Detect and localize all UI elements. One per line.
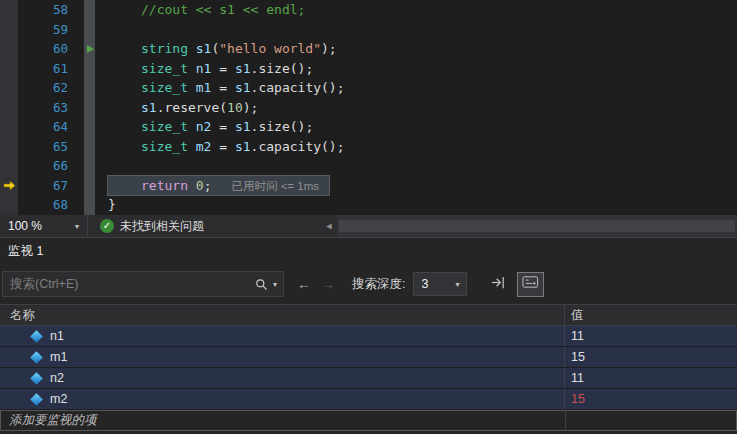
code-text[interactable]: size_t m2 = s1.capacity(); — [108, 137, 345, 157]
code-lines: 58 //cout << s1 << endl; 59 60 string s1… — [0, 0, 737, 215]
line-number[interactable]: 60 — [18, 39, 68, 59]
watch-value-cell[interactable]: 11 — [565, 368, 737, 388]
watch-row[interactable]: n2 11 — [0, 368, 737, 389]
code-text[interactable]: } — [108, 195, 116, 215]
code-line-61[interactable]: 61 size_t n1 = s1.size(); — [0, 59, 737, 79]
watch-row[interactable]: m2 15 — [0, 389, 737, 410]
search-forward-arrow-icon[interactable]: → — [316, 276, 340, 292]
code-token: ); — [243, 100, 259, 115]
column-header-value[interactable]: 值 — [565, 305, 737, 325]
breakpoint-gutter[interactable] — [0, 156, 18, 176]
watch-add-cell[interactable]: 添加要监视的项 — [1, 411, 566, 430]
check-circle-icon: ✓ — [100, 219, 114, 233]
line-number[interactable]: 66 — [18, 156, 68, 176]
line-number[interactable]: 58 — [18, 0, 68, 20]
line-number[interactable]: 67 — [18, 176, 68, 196]
code-line-59[interactable]: 59 — [0, 20, 737, 40]
variable-name: m1 — [50, 350, 67, 364]
zoom-control[interactable]: 100 % ▾ — [0, 215, 88, 237]
breakpoint-gutter[interactable] — [0, 137, 18, 157]
watch-value-cell[interactable]: 15 — [565, 389, 737, 409]
code-line-62[interactable]: 62 size_t m1 = s1.capacity(); — [0, 78, 737, 98]
breakpoint-gutter[interactable] — [0, 59, 18, 79]
breakpoint-gutter[interactable] — [0, 176, 18, 196]
tab-key-toggle-button[interactable] — [517, 272, 544, 297]
watch-name-cell[interactable]: n2 — [0, 368, 565, 388]
scrollbar-left-arrow-icon[interactable]: ◄ — [321, 221, 337, 231]
line-number[interactable]: 61 — [18, 59, 68, 79]
variable-name: m2 — [50, 392, 67, 406]
code-editor[interactable]: 58 //cout << s1 << endl; 59 60 string s1… — [0, 0, 737, 215]
chevron-down-icon: ▾ — [75, 222, 79, 231]
watch-add-row[interactable]: 添加要监视的项 — [0, 410, 737, 431]
breakpoint-gutter[interactable] — [0, 98, 18, 118]
code-text[interactable]: return 0;已用时间 <= 1ms — [108, 176, 329, 196]
code-token: s1 — [235, 139, 251, 154]
code-text[interactable]: string s1("hello world"); — [108, 39, 337, 59]
code-line-58[interactable]: 58 //cout << s1 << endl; — [0, 0, 737, 20]
watch-row[interactable]: m1 15 — [0, 347, 737, 368]
breakpoint-gutter[interactable] — [0, 117, 18, 137]
code-token: size_t — [141, 61, 196, 76]
variable-icon — [30, 330, 43, 343]
search-depth-select[interactable]: 3 ▾ — [413, 272, 467, 296]
code-text[interactable]: size_t n2 = s1.size(); — [108, 117, 313, 137]
code-token: = — [211, 139, 234, 154]
change-margin — [84, 20, 95, 40]
breakpoint-gutter[interactable] — [0, 78, 18, 98]
watch-name-cell[interactable]: m1 — [0, 347, 565, 367]
breakpoint-gutter[interactable] — [0, 39, 18, 59]
search-input[interactable] — [3, 277, 252, 291]
breakpoint-gutter[interactable] — [0, 0, 18, 20]
column-header-name[interactable]: 名称 — [0, 305, 565, 325]
chevron-down-icon[interactable]: ▾ — [271, 280, 283, 289]
code-line-64[interactable]: 64 size_t n2 = s1.size(); — [0, 117, 737, 137]
search-icon[interactable] — [252, 278, 271, 291]
code-text[interactable] — [108, 156, 141, 176]
code-line-67[interactable]: 67 return 0;已用时间 <= 1ms — [0, 176, 737, 196]
code-line-63[interactable]: 63 s1.reserve(10); — [0, 98, 737, 118]
watch-row[interactable]: n1 11 — [0, 326, 737, 347]
change-margin — [84, 117, 95, 137]
watch-value-cell[interactable]: 15 — [565, 347, 737, 367]
code-line-68[interactable]: 68 } — [0, 195, 737, 215]
code-token: string — [141, 41, 196, 56]
watch-add-value-cell[interactable] — [566, 411, 736, 430]
variable-icon — [30, 372, 43, 385]
code-text[interactable]: s1.reserve(10); — [108, 98, 258, 118]
variable-icon — [30, 351, 43, 364]
breakpoint-gutter[interactable] — [0, 195, 18, 215]
code-text[interactable]: //cout << s1 << endl; — [108, 0, 305, 20]
watch-name-cell[interactable]: m2 — [0, 389, 565, 409]
watch-name-cell[interactable]: n1 — [0, 326, 565, 346]
search-back-arrow-icon[interactable]: ← — [292, 276, 316, 292]
line-number[interactable]: 59 — [18, 20, 68, 40]
search-depth-value: 3 — [421, 277, 455, 291]
code-text[interactable]: size_t m1 = s1.capacity(); — [108, 78, 345, 98]
watch-search-box[interactable]: ▾ — [2, 271, 284, 297]
code-token: = — [211, 80, 234, 95]
code-line-60[interactable]: 60 string s1("hello world"); — [0, 39, 737, 59]
chevron-down-icon: ▾ — [455, 280, 459, 289]
line-number[interactable]: 65 — [18, 137, 68, 157]
code-line-66[interactable]: 66 — [0, 156, 737, 176]
code-token: .size(); — [251, 61, 314, 76]
breakpoint-gutter[interactable] — [0, 20, 18, 40]
code-text[interactable] — [108, 20, 141, 40]
line-number[interactable]: 62 — [18, 78, 68, 98]
document-health-indicator[interactable]: ✓ 未找到相关问题 — [88, 218, 216, 235]
editor-status-bar: 100 % ▾ ✓ 未找到相关问题 ◄ — [0, 215, 737, 237]
line-number[interactable]: 64 — [18, 117, 68, 137]
code-line-65[interactable]: 65 size_t m2 = s1.capacity(); — [0, 137, 737, 157]
step-marker-icon — [85, 44, 95, 54]
horizontal-scrollbar[interactable] — [337, 215, 737, 237]
line-number[interactable]: 68 — [18, 195, 68, 215]
arrow-to-bar-toggle-button[interactable] — [485, 272, 512, 297]
scrollbar-thumb[interactable] — [339, 220, 735, 232]
line-number[interactable]: 63 — [18, 98, 68, 118]
watch-panel-title[interactable]: 监视 1 — [0, 238, 737, 264]
code-text[interactable]: size_t n1 = s1.size(); — [108, 59, 313, 79]
code-token: s1 — [141, 100, 157, 115]
change-margin — [84, 39, 95, 59]
watch-value-cell[interactable]: 11 — [565, 326, 737, 346]
